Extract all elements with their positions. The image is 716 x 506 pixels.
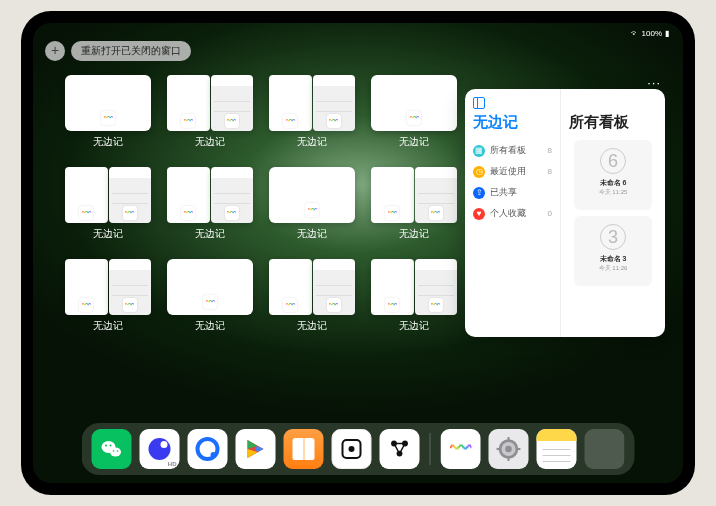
screen: ᯤ 100% ▮ + 重新打开已关闭的窗口 〰无边记〰〰无边记〰〰无边记〰无边记… xyxy=(33,23,683,483)
books-icon xyxy=(293,438,315,460)
more-icon[interactable]: ··· xyxy=(647,75,661,90)
dock-app-goto[interactable] xyxy=(380,429,420,469)
board-card[interactable]: 6未命名 6今天 11:25 xyxy=(574,140,652,210)
dock-app-qqbrowser[interactable] xyxy=(188,429,228,469)
window-label: 无边记 xyxy=(297,135,327,149)
dock-app-settings[interactable] xyxy=(489,429,529,469)
window-thumbnail: 〰〰 xyxy=(167,167,253,223)
window-label: 无边记 xyxy=(195,319,225,333)
window-tile[interactable]: 〰无边记 xyxy=(65,75,151,149)
window-thumbnail: 〰 xyxy=(269,167,355,223)
freeform-panel[interactable]: ··· 无边记 ▦所有看板8◷最近使用8⇪已共享♥个人收藏0 所有看板 6未命名… xyxy=(465,89,665,337)
window-tile[interactable]: 〰无边记 xyxy=(269,167,355,241)
sidebar-item-label: 所有看板 xyxy=(490,144,526,157)
window-thumbnail: 〰〰 xyxy=(371,167,457,223)
freeform-app-icon: 〰 xyxy=(327,114,341,128)
grid-icon: ▦ xyxy=(473,145,485,157)
window-tile[interactable]: 〰无边记 xyxy=(167,259,253,333)
freeform-app-icon: 〰 xyxy=(101,111,115,125)
dock-app-freeform[interactable]: 〰 xyxy=(441,429,481,469)
window-label: 无边记 xyxy=(93,135,123,149)
board-card[interactable]: 3未命名 3今天 11:26 xyxy=(574,216,652,286)
window-tile[interactable]: 〰〰无边记 xyxy=(269,259,355,333)
freeform-app-icon: 〰 xyxy=(225,114,239,128)
panel-right-title: 所有看板 xyxy=(569,113,657,132)
dock-app-books[interactable] xyxy=(284,429,324,469)
dock-app-dice[interactable] xyxy=(332,429,372,469)
freeform-app-icon: 〰 xyxy=(181,114,195,128)
dock-app-play[interactable] xyxy=(236,429,276,469)
sidebar-item-heart[interactable]: ♥个人收藏0 xyxy=(473,203,552,224)
window-tile[interactable]: 〰〰无边记 xyxy=(371,167,457,241)
wechat-icon xyxy=(100,437,124,461)
dock-app-group[interactable] xyxy=(585,429,625,469)
window-thumbnail: 〰 xyxy=(371,75,457,131)
app-expose-grid: 〰无边记〰〰无边记〰〰无边记〰无边记〰〰无边记〰〰无边记〰无边记〰〰无边记〰〰无… xyxy=(65,75,457,333)
play-icon xyxy=(244,437,268,461)
window-tile[interactable]: 〰〰无边记 xyxy=(65,259,151,333)
qqbrowser-icon xyxy=(196,437,220,461)
sidebar-item-count: 8 xyxy=(548,167,552,176)
status-bar: ᯤ 100% ▮ xyxy=(631,29,669,38)
window-thumbnail: 〰〰 xyxy=(269,259,355,315)
window-label: 无边记 xyxy=(297,227,327,241)
svg-rect-15 xyxy=(516,448,520,450)
window-label: 无边记 xyxy=(399,319,429,333)
sidebar-item-grid[interactable]: ▦所有看板8 xyxy=(473,140,552,161)
sidebar-item-share[interactable]: ⇪已共享 xyxy=(473,182,552,203)
window-tile[interactable]: 〰〰无边记 xyxy=(167,75,253,149)
dock-app-wechat[interactable] xyxy=(92,429,132,469)
window-thumbnail: 〰 xyxy=(167,259,253,315)
board-date: 今天 11:26 xyxy=(599,264,628,273)
svg-rect-13 xyxy=(507,457,509,461)
clock-icon: ◷ xyxy=(473,166,485,178)
freeform-icon: 〰 xyxy=(450,436,472,462)
window-thumbnail: 〰〰 xyxy=(65,167,151,223)
window-tile[interactable]: 〰无边记 xyxy=(371,75,457,149)
gear-icon xyxy=(496,436,522,462)
window-label: 无边记 xyxy=(93,319,123,333)
window-tile[interactable]: 〰〰无边记 xyxy=(269,75,355,149)
dock-app-quark[interactable]: HD xyxy=(140,429,180,469)
window-thumbnail: 〰〰 xyxy=(269,75,355,131)
dock-app-notes[interactable] xyxy=(537,429,577,469)
sidebar-item-label: 已共享 xyxy=(490,186,517,199)
sidebar-toggle-icon[interactable] xyxy=(473,97,485,109)
svg-point-11 xyxy=(505,446,512,453)
board-name: 未命名 6 xyxy=(600,178,627,188)
window-label: 无边记 xyxy=(399,227,429,241)
freeform-app-icon: 〰 xyxy=(181,206,195,220)
board-date: 今天 11:25 xyxy=(599,188,628,197)
window-label: 无边记 xyxy=(399,135,429,149)
dice-icon xyxy=(342,439,362,459)
freeform-app-icon: 〰 xyxy=(123,298,137,312)
sidebar-item-clock[interactable]: ◷最近使用8 xyxy=(473,161,552,182)
freeform-app-icon: 〰 xyxy=(283,114,297,128)
freeform-app-icon: 〰 xyxy=(407,111,421,125)
freeform-app-icon: 〰 xyxy=(305,203,319,217)
window-thumbnail: 〰〰 xyxy=(167,75,253,131)
board-thumbnail: 6 xyxy=(600,148,626,174)
dock: HD〰 xyxy=(82,423,635,475)
notes-icon xyxy=(537,429,577,441)
sidebar-item-label: 个人收藏 xyxy=(490,207,526,220)
freeform-app-icon: 〰 xyxy=(429,206,443,220)
freeform-app-icon: 〰 xyxy=(123,206,137,220)
reopen-closed-window-button[interactable]: 重新打开已关闭的窗口 xyxy=(71,41,191,61)
new-window-button[interactable]: + xyxy=(45,41,65,61)
freeform-app-icon: 〰 xyxy=(429,298,443,312)
window-tile[interactable]: 〰〰无边记 xyxy=(65,167,151,241)
window-thumbnail: 〰 xyxy=(65,75,151,131)
panel-sidebar: 无边记 ▦所有看板8◷最近使用8⇪已共享♥个人收藏0 xyxy=(465,89,561,337)
svg-point-4 xyxy=(113,450,115,452)
window-tile[interactable]: 〰〰无边记 xyxy=(167,167,253,241)
svg-point-1 xyxy=(110,448,121,457)
window-label: 无边记 xyxy=(195,227,225,241)
freeform-app-icon: 〰 xyxy=(79,206,93,220)
window-thumbnail: 〰〰 xyxy=(371,259,457,315)
ipad-frame: ᯤ 100% ▮ + 重新打开已关闭的窗口 〰无边记〰〰无边记〰〰无边记〰无边记… xyxy=(21,11,695,495)
window-tile[interactable]: 〰〰无边记 xyxy=(371,259,457,333)
share-icon: ⇪ xyxy=(473,187,485,199)
sidebar-item-label: 最近使用 xyxy=(490,165,526,178)
heart-icon: ♥ xyxy=(473,208,485,220)
